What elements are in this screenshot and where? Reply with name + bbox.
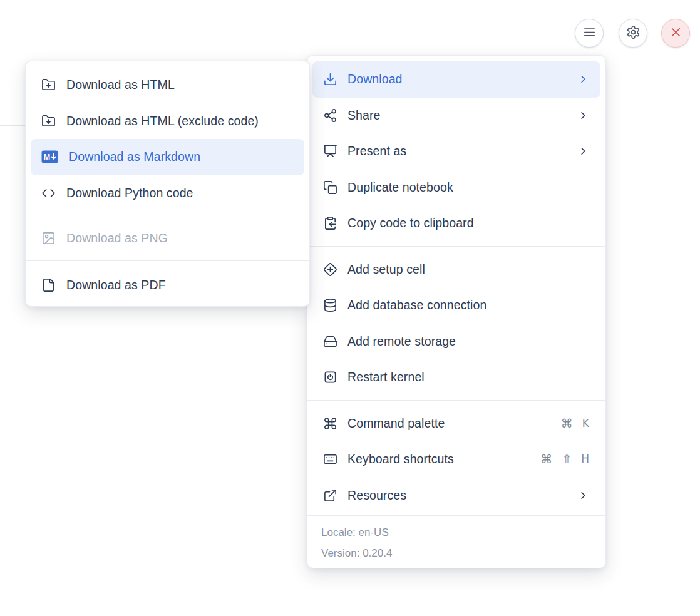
code-icon (41, 186, 56, 200)
background-rule (0, 83, 26, 83)
download-submenu: Download as HTML Download as HTML (exclu… (25, 61, 310, 307)
notebook-menu: Download Share Present as Duplicate note… (307, 55, 606, 568)
menu-footer: Locale: en-US Version: 0.20.4 (307, 516, 605, 563)
power-icon (323, 370, 337, 384)
menu-item-label: Copy code to clipboard (347, 216, 474, 230)
menu-item-add-remote-storage[interactable]: Add remote storage (307, 324, 605, 360)
menu-separator (307, 400, 605, 401)
chevron-right-icon (577, 110, 589, 121)
keyboard-icon (323, 452, 337, 466)
command-icon (323, 416, 337, 431)
menu-item-label: Download (347, 72, 403, 86)
menu-separator (307, 246, 605, 247)
menu-item-duplicate-notebook[interactable]: Duplicate notebook (307, 170, 605, 206)
menu-item-copy-code[interactable]: Copy code to clipboard (307, 205, 605, 242)
menu-item-label: Add remote storage (347, 334, 456, 349)
menu-button[interactable] (575, 19, 604, 48)
menu-item-label: Download as Markdown (69, 150, 200, 164)
menu-item-label: Download as PDF (66, 278, 166, 292)
version-text: Version: 0.20.4 (321, 543, 605, 563)
menu-item-label: Download as PNG (66, 231, 168, 245)
locale-text: Locale: en-US (321, 522, 605, 543)
menu-item-label: Command palette (347, 416, 445, 431)
submenu-item-download-python-code[interactable]: Download Python code (26, 175, 309, 212)
submenu-item-download-html-exclude-code[interactable]: Download as HTML (exclude code) (26, 103, 309, 140)
file-icon (41, 278, 56, 292)
menu-item-keyboard-shortcuts[interactable]: Keyboard shortcuts ⌘ ⇧ H (307, 441, 605, 478)
hard-drive-icon (323, 334, 337, 349)
menu-item-command-palette[interactable]: Command palette ⌘ K (307, 406, 605, 442)
menu-item-present-as[interactable]: Present as (307, 133, 605, 170)
command-key-glyph: ⌘ (561, 418, 573, 429)
menu-item-label: Add database connection (347, 298, 486, 312)
gear-icon (626, 25, 641, 42)
database-icon (323, 298, 337, 312)
menu-item-label: Restart kernel (347, 370, 425, 384)
close-icon (669, 25, 683, 42)
menu-item-download[interactable]: Download (312, 61, 600, 98)
chevron-right-icon (577, 73, 589, 85)
command-key-glyph: ⌘ (540, 453, 552, 465)
menu-item-label: Keyboard shortcuts (347, 452, 454, 466)
external-link-icon (323, 488, 337, 503)
submenu-item-download-pdf[interactable]: Download as PDF (26, 267, 309, 304)
shortcut-hint: ⌘ ⇧ H (540, 453, 589, 465)
menu-item-resources[interactable]: Resources (307, 478, 605, 514)
chevron-right-icon (577, 490, 589, 501)
copy-icon (323, 180, 337, 195)
menu-item-restart-kernel[interactable]: Restart kernel (307, 359, 605, 396)
hamburger-icon (582, 25, 597, 42)
settings-button[interactable] (619, 19, 647, 48)
clipboard-copy-icon (323, 216, 337, 230)
menu-item-add-database-connection[interactable]: Add database connection (307, 287, 605, 324)
menu-item-label: Download as HTML (66, 78, 175, 92)
menu-item-share[interactable]: Share (307, 98, 605, 134)
menu-item-label: Present as (347, 144, 406, 158)
background-rule (0, 125, 26, 126)
submenu-item-download-markdown[interactable]: M Download as Markdown (31, 139, 304, 175)
presentation-icon (323, 144, 337, 158)
shortcut-letter: H (581, 454, 589, 465)
menu-item-label: Download as HTML (exclude code) (66, 114, 259, 128)
image-icon (41, 231, 56, 245)
chevron-right-icon (577, 145, 589, 157)
svg-text:M: M (44, 153, 50, 162)
diamond-plus-icon (323, 262, 337, 277)
folder-down-icon (41, 114, 56, 128)
shortcut-letter: K (582, 418, 589, 429)
submenu-item-download-html[interactable]: Download as HTML (26, 67, 309, 103)
close-button[interactable] (661, 19, 690, 48)
menu-separator (26, 260, 309, 261)
menu-item-label: Share (347, 108, 381, 123)
menu-item-label: Download Python code (66, 186, 193, 200)
menu-item-label: Add setup cell (347, 262, 425, 277)
menu-item-label: Duplicate notebook (347, 180, 453, 195)
menu-item-label: Resources (347, 488, 406, 503)
share-icon (323, 108, 337, 123)
submenu-item-download-png[interactable]: Download as PNG (26, 220, 309, 257)
shortcut-hint: ⌘ K (561, 418, 589, 429)
folder-down-icon (41, 78, 56, 92)
download-icon (323, 72, 337, 86)
shift-key-glyph: ⇧ (562, 453, 572, 465)
markdown-icon: M (41, 150, 58, 163)
menu-item-add-setup-cell[interactable]: Add setup cell (307, 252, 605, 288)
